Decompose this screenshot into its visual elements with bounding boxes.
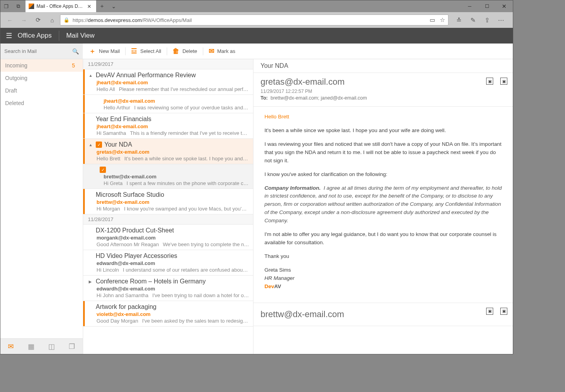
share-icon[interactable]: ⇪ bbox=[481, 14, 493, 26]
folder-name: Outgoing bbox=[5, 75, 27, 81]
window-minimize-button[interactable]: ─ bbox=[461, 0, 478, 12]
reading-to: To: brettw@dx-email.com; janed@dx-email.… bbox=[261, 94, 506, 101]
message-sender: jheart@dx-email.com bbox=[93, 97, 249, 104]
view-name: Mail View bbox=[59, 32, 95, 40]
folder-item[interactable]: Incoming5 bbox=[0, 59, 83, 72]
message-preview: Hello ArthurI was reviewing some of your… bbox=[93, 104, 249, 111]
message-sender: jheart@dx-email.com bbox=[89, 79, 249, 85]
folder-name: Incoming bbox=[5, 62, 27, 69]
search-icon[interactable]: 🔍 bbox=[72, 48, 79, 54]
message-sender: morgank@dx-email.com bbox=[89, 234, 249, 241]
action-button-2b[interactable]: ▣ bbox=[500, 308, 507, 315]
app-brand[interactable]: Office Apps bbox=[18, 32, 59, 40]
toolbar: 🔍 ＋New Mail ☲Select All 🗑Delete ✉Mark as bbox=[0, 44, 513, 59]
folder-item[interactable]: Deleted bbox=[0, 97, 83, 109]
body-p2: I was reviewing your files and noticed t… bbox=[264, 140, 502, 165]
nav-forward-button[interactable]: → bbox=[18, 14, 30, 26]
browser-tab-strip: ❐ ⧉ Mail - Office Apps Dem ✕ ＋ ⌄ ─ ☐ ✕ bbox=[0, 0, 513, 12]
message-item[interactable]: Year End Financials jheart@dx-email.com … bbox=[83, 113, 253, 139]
message-sender: gretas@dx-email.com bbox=[89, 148, 249, 155]
message-preview: Hello AllPlease remember that I've resch… bbox=[89, 85, 249, 92]
nav-mail-icon[interactable]: ✉ bbox=[0, 339, 21, 354]
nav-refresh-button[interactable]: ⟳ bbox=[32, 14, 44, 26]
folder-item[interactable]: Draft bbox=[0, 84, 83, 97]
message-subject: Conference Room – Hotels in Germany bbox=[96, 278, 206, 285]
browser-tab[interactable]: Mail - Office Apps Dem ✕ bbox=[26, 0, 96, 12]
message-item[interactable]: ✓ brettw@dx-email.com Hi GretaI spent a … bbox=[83, 164, 253, 189]
bottom-nav: ✉ ▦ ◫ ❐ bbox=[0, 338, 83, 354]
expand-icon[interactable]: ▶ bbox=[89, 279, 93, 284]
unread-bar bbox=[83, 69, 85, 94]
action-button-1[interactable]: ▣ bbox=[486, 78, 493, 85]
nav-files-icon[interactable]: ❐ bbox=[62, 339, 82, 354]
folder-item[interactable]: Outgoing bbox=[0, 72, 83, 84]
window-close-button[interactable]: ✕ bbox=[496, 0, 513, 12]
tab-chevron-icon[interactable]: ⌄ bbox=[108, 0, 120, 12]
body-thanks: Thank you bbox=[264, 252, 502, 261]
message-sender: edwardh@dx-email.com bbox=[89, 285, 249, 292]
message-list[interactable]: 11/29/2017 ▲ DevAV Annual Performance Re… bbox=[83, 59, 253, 354]
tab-close-icon[interactable]: ✕ bbox=[86, 4, 93, 9]
message-item[interactable]: ▲ DevAV Annual Performance Review jheart… bbox=[83, 69, 253, 95]
nav-home-button[interactable]: ⌂ bbox=[46, 14, 58, 26]
expand-icon[interactable]: ▲ bbox=[89, 73, 93, 78]
unread-bar bbox=[83, 113, 85, 138]
action-button-2[interactable]: ▣ bbox=[500, 78, 507, 85]
address-bar[interactable]: 🔒 https://demos.devexpress.com/RWA/Offic… bbox=[60, 15, 448, 25]
new-mail-button[interactable]: ＋New Mail bbox=[85, 44, 124, 59]
message-subject: Microsoft Surface Studio bbox=[96, 191, 164, 198]
search-input[interactable] bbox=[4, 48, 72, 54]
window-maximize-button[interactable]: ☐ bbox=[478, 0, 496, 12]
expand-icon[interactable]: ▲ bbox=[89, 143, 93, 147]
message-preview: Hello BrettIt's been a while since we sp… bbox=[89, 155, 249, 162]
message-list-pane: 11/29/2017 ▲ DevAV Annual Performance Re… bbox=[83, 59, 253, 354]
delete-label: Delete bbox=[182, 48, 197, 54]
action-button-1b[interactable]: ▣ bbox=[486, 308, 493, 315]
check-icon[interactable]: ✓ bbox=[96, 142, 102, 148]
unread-bar bbox=[83, 301, 85, 326]
next-message-sender[interactable]: brettw@dx-email.com ▣ ▣ bbox=[253, 303, 513, 326]
unread-bar bbox=[83, 95, 85, 113]
mark-as-button[interactable]: ✉Mark as bbox=[205, 44, 239, 59]
nav-back-button[interactable]: ← bbox=[4, 14, 16, 26]
message-item[interactable]: ▶ Conference Room – Hotels in Germany ed… bbox=[83, 276, 253, 301]
message-subject: Your NDA bbox=[104, 141, 132, 148]
hamburger-icon[interactable]: ☰ bbox=[0, 31, 18, 40]
body-hello: Hello Brett bbox=[264, 113, 502, 121]
check-icon[interactable]: ✓ bbox=[100, 167, 106, 173]
folder-count: 5 bbox=[72, 62, 75, 69]
message-preview: Hi SamanthaThis is a friendly reminder t… bbox=[89, 129, 249, 136]
message-sender: brettw@dx-email.com bbox=[93, 173, 249, 180]
message-subject: DX-1200 Product Cut-Sheet bbox=[96, 227, 174, 234]
message-item[interactable]: HD Video Player Accessories edwardh@dx-e… bbox=[83, 250, 253, 276]
body-company-info: Company Information. I agree at all time… bbox=[264, 184, 502, 225]
mark-as-label: Mark as bbox=[217, 48, 235, 54]
reading-sender-email: gretas@dx-email.com bbox=[261, 77, 506, 87]
reading-view-icon[interactable]: ▭ bbox=[430, 16, 435, 24]
select-all-button[interactable]: ☲Select All bbox=[127, 44, 165, 59]
search-box[interactable]: 🔍 bbox=[0, 44, 83, 59]
body-p1: It's been a while since we spoke last. I… bbox=[264, 127, 502, 135]
message-item[interactable]: ▲ ✓ Your NDA gretas@dx-email.com Hello B… bbox=[83, 139, 253, 164]
notes-icon[interactable]: ✎ bbox=[467, 14, 479, 26]
message-subject: Artwork for packaging bbox=[96, 303, 157, 310]
sidebar: Incoming5OutgoingDraftDeleted ✉ ▦ ◫ ❐ bbox=[0, 59, 83, 354]
nav-calendar-icon[interactable]: ▦ bbox=[21, 339, 41, 354]
message-item[interactable]: jheart@dx-email.com Hello ArthurI was re… bbox=[83, 95, 253, 113]
delete-button[interactable]: 🗑Delete bbox=[169, 44, 201, 59]
message-item[interactable]: Artwork for packaging violetb@dx-email.c… bbox=[83, 301, 253, 327]
trash-icon: 🗑 bbox=[173, 47, 179, 55]
message-item[interactable]: DX-1200 Product Cut-Sheet morgank@dx-ema… bbox=[83, 225, 253, 250]
sys-button-1[interactable]: ❐ bbox=[0, 0, 12, 12]
new-tab-button[interactable]: ＋ bbox=[96, 0, 108, 12]
folder-list: Incoming5OutgoingDraftDeleted bbox=[0, 59, 83, 338]
tool-sep bbox=[203, 47, 203, 55]
message-item[interactable]: Microsoft Surface Studio brettw@dx-email… bbox=[83, 189, 253, 214]
sys-button-2[interactable]: ⧉ bbox=[12, 0, 24, 12]
nav-contacts-icon[interactable]: ◫ bbox=[41, 339, 62, 354]
new-mail-label: New Mail bbox=[99, 48, 120, 54]
favorites-list-icon[interactable]: ≛ bbox=[452, 14, 465, 26]
main-area: Incoming5OutgoingDraftDeleted ✉ ▦ ◫ ❐ 11… bbox=[0, 59, 513, 354]
favorite-icon[interactable]: ☆ bbox=[440, 16, 445, 24]
more-icon[interactable]: ⋯ bbox=[495, 14, 507, 26]
